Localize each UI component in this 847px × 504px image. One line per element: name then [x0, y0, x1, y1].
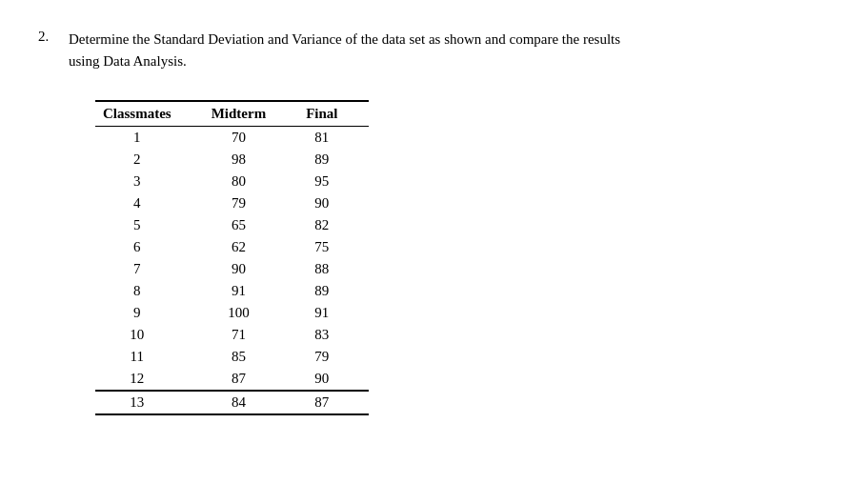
cell-classmate: 1 — [95, 126, 202, 149]
table-row: 11 85 79 — [95, 346, 369, 368]
cell-midterm: 85 — [202, 346, 296, 368]
cell-final: 79 — [296, 346, 368, 368]
cell-final: 88 — [296, 258, 368, 280]
table-row: 7 90 88 — [95, 258, 369, 280]
cell-classmate: 4 — [95, 192, 202, 214]
cell-classmate: 10 — [95, 324, 202, 346]
question-header: 2. Determine the Standard Deviation and … — [38, 29, 809, 73]
cell-midterm: 80 — [202, 171, 296, 192]
cell-final: 83 — [296, 324, 368, 346]
cell-classmate-last: 13 — [95, 391, 202, 414]
table-row: 3 80 95 — [95, 171, 369, 192]
cell-final: 81 — [296, 126, 368, 149]
table-row: 9 100 91 — [95, 302, 369, 324]
cell-final: 91 — [296, 302, 368, 324]
cell-midterm: 87 — [202, 368, 296, 391]
cell-classmate: 11 — [95, 346, 202, 368]
header-midterm: Midterm — [202, 101, 296, 127]
table-row: 12 87 90 — [95, 368, 369, 391]
cell-final: 75 — [296, 236, 368, 258]
cell-classmate: 9 — [95, 302, 202, 324]
cell-classmate: 7 — [95, 258, 202, 280]
cell-midterm: 62 — [202, 236, 296, 258]
header-final: Final — [296, 101, 368, 127]
cell-final-last: 87 — [296, 391, 368, 414]
cell-final: 82 — [296, 214, 368, 236]
table-row: 10 71 83 — [95, 324, 369, 346]
table-row: 4 79 90 — [95, 192, 369, 214]
table-row: 2 98 89 — [95, 149, 369, 171]
cell-midterm: 98 — [202, 149, 296, 171]
table-row: 8 91 89 — [95, 280, 369, 302]
table-last-row: 13 84 87 — [95, 391, 369, 414]
table-wrapper: Classmates Midterm Final 1 70 81 2 98 89… — [95, 100, 809, 415]
cell-classmate: 12 — [95, 368, 202, 391]
cell-midterm-last: 84 — [202, 391, 296, 414]
question-text-line2: using Data Analysis. — [69, 53, 187, 69]
table-row: 6 62 75 — [95, 236, 369, 258]
question-number: 2. — [38, 29, 59, 45]
cell-midterm: 70 — [202, 126, 296, 149]
table-row: 5 65 82 — [95, 214, 369, 236]
cell-final: 90 — [296, 368, 368, 391]
header-classmates: Classmates — [95, 101, 202, 127]
cell-midterm: 100 — [202, 302, 296, 324]
cell-classmate: 2 — [95, 149, 202, 171]
question-text: Determine the Standard Deviation and Var… — [69, 29, 620, 73]
cell-final: 90 — [296, 192, 368, 214]
cell-final: 95 — [296, 171, 368, 192]
question-text-line1: Determine the Standard Deviation and Var… — [69, 31, 620, 47]
cell-classmate: 5 — [95, 214, 202, 236]
cell-classmate: 3 — [95, 171, 202, 192]
cell-midterm: 90 — [202, 258, 296, 280]
cell-final: 89 — [296, 280, 368, 302]
cell-midterm: 71 — [202, 324, 296, 346]
cell-midterm: 79 — [202, 192, 296, 214]
table-header-row: Classmates Midterm Final — [95, 101, 369, 127]
table-row: 1 70 81 — [95, 126, 369, 149]
cell-final: 89 — [296, 149, 368, 171]
cell-midterm: 91 — [202, 280, 296, 302]
data-table: Classmates Midterm Final 1 70 81 2 98 89… — [95, 100, 369, 415]
question-container: 2. Determine the Standard Deviation and … — [38, 29, 809, 415]
cell-classmate: 8 — [95, 280, 202, 302]
cell-midterm: 65 — [202, 214, 296, 236]
cell-classmate: 6 — [95, 236, 202, 258]
